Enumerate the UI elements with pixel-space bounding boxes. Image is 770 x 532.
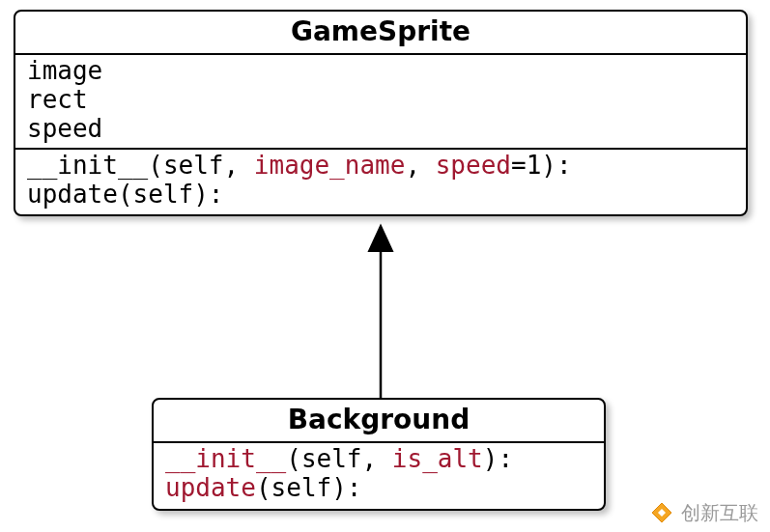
method-name: __init__ xyxy=(27,151,148,180)
uml-methods: __init__(self, image_name, speed=1): upd… xyxy=(15,150,746,215)
attr-row: image xyxy=(27,57,734,86)
svg-marker-1 xyxy=(369,226,392,251)
param-isalt: is_alt xyxy=(392,444,483,473)
uml-class-title: GameSprite xyxy=(15,12,746,55)
uml-attributes: image rect speed xyxy=(15,55,746,150)
uml-class-background: Background __init__(self, is_alt): updat… xyxy=(152,398,606,511)
uml-methods: __init__(self, is_alt): update(self): xyxy=(154,443,604,509)
method-name: update xyxy=(27,180,118,209)
uml-class-title: Background xyxy=(154,400,604,443)
attr-row: speed xyxy=(27,115,734,144)
method-row: update(self): xyxy=(27,181,734,210)
logo-icon xyxy=(648,499,675,526)
param-default: 1 xyxy=(527,151,542,180)
param-imagename: image_name xyxy=(254,151,406,180)
watermark-text: 创新互联 xyxy=(681,500,758,526)
method-row: __init__(self, image_name, speed=1): xyxy=(27,152,734,181)
method-name: __init__ xyxy=(165,444,286,473)
watermark: 创新互联 xyxy=(648,499,758,526)
param-self: self xyxy=(163,151,224,180)
param-speed: speed xyxy=(436,151,511,180)
param-self: self xyxy=(301,444,362,473)
method-name: update xyxy=(165,473,256,502)
uml-class-gamesprite: GameSprite image rect speed __init__(sel… xyxy=(14,10,748,216)
param-self: self xyxy=(133,180,194,209)
method-row: __init__(self, is_alt): xyxy=(165,445,592,474)
attr-row: rect xyxy=(27,86,734,115)
param-self: self xyxy=(271,473,332,502)
method-row: update(self): xyxy=(165,474,592,503)
